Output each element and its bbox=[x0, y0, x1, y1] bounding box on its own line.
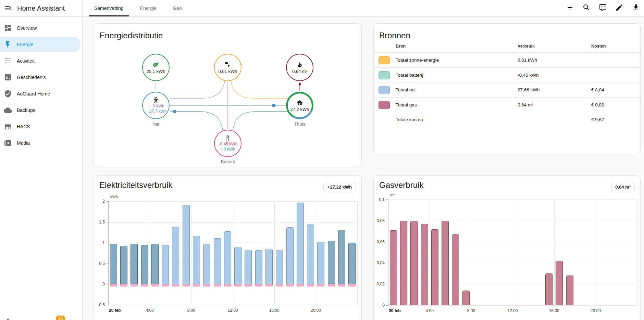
x-tick-label: 20:00 bbox=[304, 308, 328, 313]
sidebar-item-geschiedenis[interactable]: Geschiedenis bbox=[0, 69, 82, 86]
x-tick-label: 16:00 bbox=[542, 308, 566, 313]
sidebar-item-label: Activiteit bbox=[17, 58, 35, 64]
tab-samenvatting[interactable]: Samenvatting bbox=[86, 0, 132, 16]
download-button[interactable] bbox=[628, 0, 644, 16]
node-value: 0,01 kWh bbox=[219, 69, 237, 74]
gridline bbox=[430, 200, 430, 305]
chart-box-icon bbox=[4, 73, 12, 81]
sidebar: Home Assistant OverviewEnergieActiviteit… bbox=[0, 0, 83, 320]
edit-icon bbox=[615, 3, 623, 13]
node-label-battery: Batterij bbox=[200, 159, 255, 164]
column-header-bron: Bron bbox=[396, 44, 406, 49]
sidebar-item-media[interactable]: Media bbox=[0, 135, 82, 151]
bar-hour-4 bbox=[431, 229, 438, 305]
x-tick-label: 4:00 bbox=[138, 308, 162, 313]
gridline bbox=[108, 305, 357, 305]
sidebar-item-backups[interactable]: Backups bbox=[0, 102, 82, 118]
bar-hour-7 bbox=[183, 205, 190, 284]
node-home[interactable]: 27,2 kWh bbox=[286, 92, 313, 119]
gridline bbox=[274, 201, 275, 305]
top-bar: Samenvatting Energie Gas bbox=[83, 0, 644, 17]
battery-discharge-value: ↓0,45 kWh bbox=[218, 142, 238, 147]
active-highlight bbox=[0, 103, 80, 118]
source-usage: -0,45 kWh bbox=[518, 72, 539, 77]
return-bar-hour-3 bbox=[141, 284, 148, 286]
bar-hour-1 bbox=[120, 246, 127, 284]
sources-row: Totaal net27,66 kWh€ 8,84 bbox=[374, 82, 640, 97]
bar-hour-8 bbox=[193, 236, 200, 284]
sidebar-item-label: AdGuard Home bbox=[17, 91, 50, 97]
source-color-swatch bbox=[379, 71, 390, 79]
grid-export-value: ← 0 kWh bbox=[147, 104, 164, 109]
y-axis-unit: m³ bbox=[390, 193, 395, 197]
return-bar-hour-23 bbox=[348, 284, 356, 286]
axis-tick bbox=[386, 305, 388, 306]
y-tick-label: 0,08 bbox=[374, 218, 385, 223]
sources-table: Bron Verbruik Kosten Totaal zonne-energi… bbox=[374, 40, 640, 127]
bar-hour-7 bbox=[462, 291, 470, 305]
add-button[interactable] bbox=[562, 0, 578, 16]
bar-hour-11 bbox=[224, 231, 231, 284]
active-highlight bbox=[0, 136, 80, 151]
sidebar-item-overview[interactable]: Overview bbox=[0, 20, 82, 36]
edit-button[interactable] bbox=[611, 0, 628, 16]
tab-energie[interactable]: Energie bbox=[132, 0, 165, 16]
node-low-carbon[interactable]: 20,1 kWh bbox=[142, 54, 170, 81]
bar-hour-5 bbox=[442, 221, 449, 305]
source-color-swatch bbox=[379, 56, 390, 64]
node-solar[interactable]: 0,01 kWh bbox=[214, 54, 242, 81]
toolbar-actions bbox=[562, 0, 644, 16]
shield-check-icon bbox=[4, 90, 12, 98]
column-header-kosten: Kosten bbox=[591, 44, 606, 49]
sidebar-header: Home Assistant bbox=[0, 0, 82, 17]
tab-gas[interactable]: Gas bbox=[165, 0, 190, 16]
bar-hour-15 bbox=[265, 249, 273, 284]
gridline bbox=[596, 200, 596, 305]
gridline bbox=[233, 201, 233, 305]
gridline bbox=[357, 201, 358, 305]
sidebar-item-hacs[interactable]: HACS bbox=[0, 118, 82, 135]
node-gas[interactable]: 0,64 m³ bbox=[286, 54, 313, 81]
return-bar-hour-16 bbox=[276, 284, 283, 286]
return-bar-hour-7 bbox=[183, 284, 190, 286]
active-highlight bbox=[0, 119, 80, 134]
y-axis-unit: kWh bbox=[110, 195, 118, 199]
sources-row: Totaal batterij-0,45 kWh bbox=[374, 67, 640, 82]
bar-hour-2 bbox=[410, 221, 418, 305]
sidebar-item-label: Backups bbox=[17, 107, 35, 113]
gridline bbox=[513, 200, 513, 305]
battery-charge-value: ↑ 0 kWh bbox=[220, 147, 235, 152]
return-bar-hour-19 bbox=[307, 284, 314, 286]
search-button[interactable] bbox=[578, 0, 595, 16]
gridline bbox=[150, 201, 150, 305]
sources-row: Totaal gas0,64 m³€ 0,82 bbox=[374, 97, 640, 112]
bar-hour-15 bbox=[545, 273, 553, 305]
source-name: Totaal zonne-energie bbox=[396, 57, 439, 63]
return-bar-hour-1 bbox=[120, 284, 127, 286]
return-bar-hour-14 bbox=[255, 284, 262, 286]
sidebar-item-energie[interactable]: Energie bbox=[0, 36, 82, 53]
node-battery[interactable]: ↓0,45 kWh ↑ 0 kWh bbox=[214, 130, 242, 157]
battery-icon bbox=[224, 135, 231, 142]
gridline bbox=[316, 201, 316, 305]
sidebar-item-adguard-home[interactable]: AdGuard Home bbox=[0, 86, 82, 102]
bar-hour-23 bbox=[348, 243, 356, 284]
bar-hour-14 bbox=[255, 250, 262, 284]
sidebar-item-activiteit[interactable]: Activiteit bbox=[0, 53, 82, 69]
sources-row: Totaal zonne-energie0,01 kWh bbox=[374, 52, 640, 67]
flash-icon bbox=[4, 40, 12, 49]
comment-button[interactable] bbox=[595, 0, 611, 16]
bar-hour-10 bbox=[214, 238, 221, 284]
node-grid[interactable]: ← 0 kWh →27,7 kWh bbox=[142, 92, 170, 119]
menu-icon[interactable] bbox=[0, 0, 16, 16]
return-bar-hour-8 bbox=[193, 284, 200, 286]
transmission-tower-icon bbox=[152, 97, 159, 104]
y-tick-label: 0,1 bbox=[374, 197, 385, 202]
sidebar-item-label: Energie bbox=[17, 42, 33, 47]
bar-hour-13 bbox=[245, 250, 252, 284]
return-bar-hour-6 bbox=[172, 284, 179, 286]
gridline bbox=[388, 200, 388, 305]
app-title: Home Assistant bbox=[17, 4, 65, 12]
sidebar-item-settings[interactable]: Instellingen 35 bbox=[0, 314, 82, 320]
column-header-verbruik: Verbruik bbox=[518, 44, 535, 49]
